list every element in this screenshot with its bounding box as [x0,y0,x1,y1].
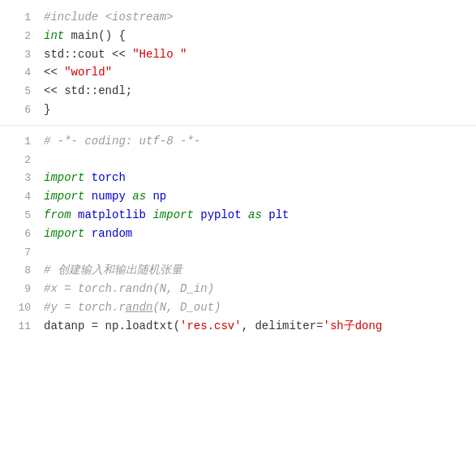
code-line: 7 [0,243,476,262]
block-separator [0,119,476,126]
python-block: 1 # -*- coding: utf-8 -*- 2 3 import tor… [0,132,476,336]
code-line: 6 } [0,101,476,119]
line-number: 9 [8,281,31,298]
line-number: 8 [8,263,31,280]
code-line: 1 #include <iostream> [0,8,476,27]
line-number: 7 [8,245,31,262]
line-content: #include <iostream> [44,8,468,26]
line-content [44,151,468,169]
code-line: 2 int main() { [0,27,476,45]
line-content: << "world" [44,63,468,81]
line-content: import random [44,225,468,242]
line-number: 4 [8,189,31,206]
code-line: 8 # 创建输入和输出随机张量 [0,261,476,280]
line-number: 6 [8,226,31,243]
code-line: 11 datanp = np.loadtxt('res.csv', delimi… [0,317,476,336]
line-content [44,243,468,261]
line-content: #y = torch.randn(N, D_out) [44,298,468,316]
line-content: import torch [44,169,468,186]
line-content: } [44,101,468,118]
line-content: datanp = np.loadtxt('res.csv', delimiter… [44,317,468,335]
line-content: std::cout << "Hello " [44,45,468,63]
line-number: 2 [8,152,31,169]
line-content: # 创建输入和输出随机张量 [44,261,468,279]
code-line: 1 # -*- coding: utf-8 -*- [0,132,476,151]
line-number: 2 [8,28,31,45]
line-number: 10 [8,300,31,317]
line-content: import numpy as np [44,187,468,205]
line-content: << std::endl; [44,82,468,100]
line-number: 3 [8,47,31,64]
code-editor: 1 #include <iostream> 2 int main() { 3 s… [0,0,476,463]
code-line: 6 import random [0,225,476,243]
line-content: #x = torch.randn(N, D_in) [44,280,468,298]
code-line: 3 import torch [0,169,476,187]
code-line: 3 std::cout << "Hello " [0,45,476,64]
code-line: 5 from matplotlib import pyplot as plt [0,206,476,225]
line-number: 6 [8,102,31,119]
line-number: 3 [8,170,31,187]
code-line: 9 #x = torch.randn(N, D_in) [0,280,476,298]
code-line: 10 #y = torch.randn(N, D_out) [0,298,476,317]
code-line: 4 import numpy as np [0,187,476,206]
line-content: int main() { [44,27,468,45]
line-number: 4 [8,65,31,82]
line-content: from matplotlib import pyplot as plt [44,206,468,224]
line-content: # -*- coding: utf-8 -*- [44,132,468,150]
line-number: 5 [8,208,31,225]
line-number: 1 [8,10,31,27]
line-number: 5 [8,84,31,101]
cpp-block: 1 #include <iostream> 2 int main() { 3 s… [0,8,476,119]
line-number: 1 [8,134,31,151]
code-line: 5 << std::endl; [0,82,476,101]
code-line: 4 << "world" [0,63,476,82]
line-number: 11 [8,319,31,336]
code-line: 2 [0,151,476,169]
